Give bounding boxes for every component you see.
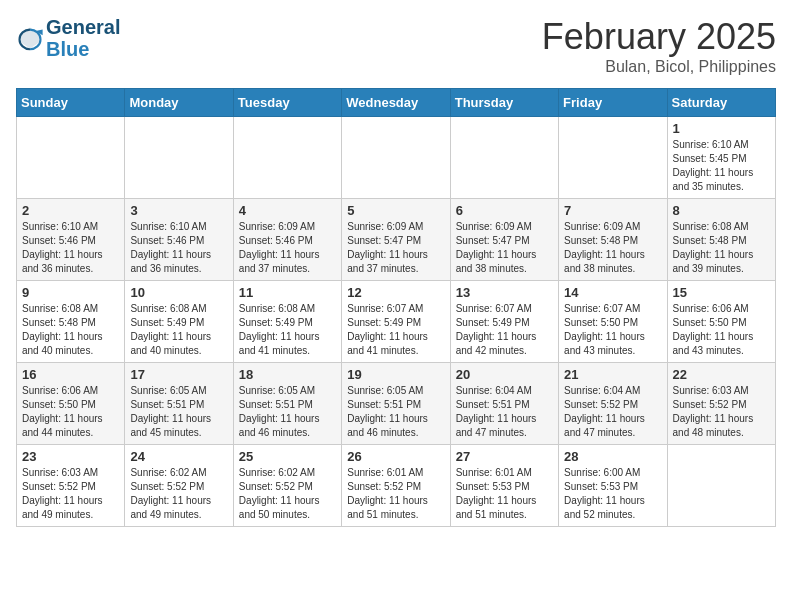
- day-number: 4: [239, 203, 336, 218]
- calendar-cell: 23Sunrise: 6:03 AM Sunset: 5:52 PM Dayli…: [17, 445, 125, 527]
- calendar-cell: [17, 117, 125, 199]
- calendar-cell: 28Sunrise: 6:00 AM Sunset: 5:53 PM Dayli…: [559, 445, 667, 527]
- cell-info: Sunrise: 6:06 AM Sunset: 5:50 PM Dayligh…: [22, 384, 119, 440]
- day-number: 18: [239, 367, 336, 382]
- cell-info: Sunrise: 6:07 AM Sunset: 5:49 PM Dayligh…: [456, 302, 553, 358]
- cell-info: Sunrise: 6:09 AM Sunset: 5:48 PM Dayligh…: [564, 220, 661, 276]
- day-number: 13: [456, 285, 553, 300]
- day-number: 14: [564, 285, 661, 300]
- cell-info: Sunrise: 6:03 AM Sunset: 5:52 PM Dayligh…: [22, 466, 119, 522]
- day-number: 15: [673, 285, 770, 300]
- day-number: 17: [130, 367, 227, 382]
- calendar-header-row: SundayMondayTuesdayWednesdayThursdayFrid…: [17, 89, 776, 117]
- calendar-cell: 19Sunrise: 6:05 AM Sunset: 5:51 PM Dayli…: [342, 363, 450, 445]
- day-number: 16: [22, 367, 119, 382]
- calendar-cell: 13Sunrise: 6:07 AM Sunset: 5:49 PM Dayli…: [450, 281, 558, 363]
- day-number: 19: [347, 367, 444, 382]
- calendar-cell: 17Sunrise: 6:05 AM Sunset: 5:51 PM Dayli…: [125, 363, 233, 445]
- weekday-header: Thursday: [450, 89, 558, 117]
- calendar-cell: 14Sunrise: 6:07 AM Sunset: 5:50 PM Dayli…: [559, 281, 667, 363]
- cell-info: Sunrise: 6:05 AM Sunset: 5:51 PM Dayligh…: [347, 384, 444, 440]
- cell-info: Sunrise: 6:10 AM Sunset: 5:45 PM Dayligh…: [673, 138, 770, 194]
- calendar-week-row: 9Sunrise: 6:08 AM Sunset: 5:48 PM Daylig…: [17, 281, 776, 363]
- logo-line1: General: [46, 16, 120, 38]
- cell-info: Sunrise: 6:08 AM Sunset: 5:49 PM Dayligh…: [239, 302, 336, 358]
- day-number: 24: [130, 449, 227, 464]
- calendar-cell: 25Sunrise: 6:02 AM Sunset: 5:52 PM Dayli…: [233, 445, 341, 527]
- calendar-cell: 7Sunrise: 6:09 AM Sunset: 5:48 PM Daylig…: [559, 199, 667, 281]
- weekday-header: Wednesday: [342, 89, 450, 117]
- logo: General Blue: [16, 16, 120, 60]
- day-number: 1: [673, 121, 770, 136]
- day-number: 5: [347, 203, 444, 218]
- calendar-cell: [450, 117, 558, 199]
- calendar-week-row: 1Sunrise: 6:10 AM Sunset: 5:45 PM Daylig…: [17, 117, 776, 199]
- cell-info: Sunrise: 6:00 AM Sunset: 5:53 PM Dayligh…: [564, 466, 661, 522]
- cell-info: Sunrise: 6:09 AM Sunset: 5:47 PM Dayligh…: [347, 220, 444, 276]
- cell-info: Sunrise: 6:01 AM Sunset: 5:52 PM Dayligh…: [347, 466, 444, 522]
- day-number: 8: [673, 203, 770, 218]
- location: Bulan, Bicol, Philippines: [542, 58, 776, 76]
- day-number: 9: [22, 285, 119, 300]
- day-number: 22: [673, 367, 770, 382]
- calendar-cell: [667, 445, 775, 527]
- calendar-cell: 9Sunrise: 6:08 AM Sunset: 5:48 PM Daylig…: [17, 281, 125, 363]
- calendar-cell: 18Sunrise: 6:05 AM Sunset: 5:51 PM Dayli…: [233, 363, 341, 445]
- day-number: 6: [456, 203, 553, 218]
- cell-info: Sunrise: 6:04 AM Sunset: 5:51 PM Dayligh…: [456, 384, 553, 440]
- cell-info: Sunrise: 6:04 AM Sunset: 5:52 PM Dayligh…: [564, 384, 661, 440]
- calendar-cell: 26Sunrise: 6:01 AM Sunset: 5:52 PM Dayli…: [342, 445, 450, 527]
- calendar-table: SundayMondayTuesdayWednesdayThursdayFrid…: [16, 88, 776, 527]
- cell-info: Sunrise: 6:09 AM Sunset: 5:47 PM Dayligh…: [456, 220, 553, 276]
- day-number: 20: [456, 367, 553, 382]
- calendar-cell: [342, 117, 450, 199]
- calendar-cell: 22Sunrise: 6:03 AM Sunset: 5:52 PM Dayli…: [667, 363, 775, 445]
- day-number: 21: [564, 367, 661, 382]
- cell-info: Sunrise: 6:09 AM Sunset: 5:46 PM Dayligh…: [239, 220, 336, 276]
- calendar-cell: 12Sunrise: 6:07 AM Sunset: 5:49 PM Dayli…: [342, 281, 450, 363]
- cell-info: Sunrise: 6:05 AM Sunset: 5:51 PM Dayligh…: [239, 384, 336, 440]
- weekday-header: Friday: [559, 89, 667, 117]
- calendar-cell: 6Sunrise: 6:09 AM Sunset: 5:47 PM Daylig…: [450, 199, 558, 281]
- calendar-cell: 3Sunrise: 6:10 AM Sunset: 5:46 PM Daylig…: [125, 199, 233, 281]
- weekday-header: Tuesday: [233, 89, 341, 117]
- weekday-header: Monday: [125, 89, 233, 117]
- logo-line2: Blue: [46, 38, 120, 60]
- day-number: 3: [130, 203, 227, 218]
- day-number: 11: [239, 285, 336, 300]
- calendar-cell: 24Sunrise: 6:02 AM Sunset: 5:52 PM Dayli…: [125, 445, 233, 527]
- weekday-header: Sunday: [17, 89, 125, 117]
- day-number: 27: [456, 449, 553, 464]
- day-number: 12: [347, 285, 444, 300]
- calendar-cell: 20Sunrise: 6:04 AM Sunset: 5:51 PM Dayli…: [450, 363, 558, 445]
- logo-icon: [16, 24, 44, 52]
- cell-info: Sunrise: 6:07 AM Sunset: 5:49 PM Dayligh…: [347, 302, 444, 358]
- calendar-week-row: 23Sunrise: 6:03 AM Sunset: 5:52 PM Dayli…: [17, 445, 776, 527]
- cell-info: Sunrise: 6:02 AM Sunset: 5:52 PM Dayligh…: [130, 466, 227, 522]
- calendar-cell: 2Sunrise: 6:10 AM Sunset: 5:46 PM Daylig…: [17, 199, 125, 281]
- cell-info: Sunrise: 6:02 AM Sunset: 5:52 PM Dayligh…: [239, 466, 336, 522]
- day-number: 25: [239, 449, 336, 464]
- calendar-cell: 1Sunrise: 6:10 AM Sunset: 5:45 PM Daylig…: [667, 117, 775, 199]
- page-header: General Blue February 2025 Bulan, Bicol,…: [16, 16, 776, 76]
- calendar-cell: 16Sunrise: 6:06 AM Sunset: 5:50 PM Dayli…: [17, 363, 125, 445]
- calendar-cell: 21Sunrise: 6:04 AM Sunset: 5:52 PM Dayli…: [559, 363, 667, 445]
- calendar-cell: 5Sunrise: 6:09 AM Sunset: 5:47 PM Daylig…: [342, 199, 450, 281]
- calendar-cell: 11Sunrise: 6:08 AM Sunset: 5:49 PM Dayli…: [233, 281, 341, 363]
- calendar-cell: 8Sunrise: 6:08 AM Sunset: 5:48 PM Daylig…: [667, 199, 775, 281]
- calendar-cell: 10Sunrise: 6:08 AM Sunset: 5:49 PM Dayli…: [125, 281, 233, 363]
- day-number: 26: [347, 449, 444, 464]
- title-block: February 2025 Bulan, Bicol, Philippines: [542, 16, 776, 76]
- calendar-cell: 4Sunrise: 6:09 AM Sunset: 5:46 PM Daylig…: [233, 199, 341, 281]
- calendar-cell: 15Sunrise: 6:06 AM Sunset: 5:50 PM Dayli…: [667, 281, 775, 363]
- day-number: 28: [564, 449, 661, 464]
- cell-info: Sunrise: 6:05 AM Sunset: 5:51 PM Dayligh…: [130, 384, 227, 440]
- cell-info: Sunrise: 6:01 AM Sunset: 5:53 PM Dayligh…: [456, 466, 553, 522]
- calendar-week-row: 2Sunrise: 6:10 AM Sunset: 5:46 PM Daylig…: [17, 199, 776, 281]
- weekday-header: Saturday: [667, 89, 775, 117]
- cell-info: Sunrise: 6:03 AM Sunset: 5:52 PM Dayligh…: [673, 384, 770, 440]
- cell-info: Sunrise: 6:07 AM Sunset: 5:50 PM Dayligh…: [564, 302, 661, 358]
- cell-info: Sunrise: 6:10 AM Sunset: 5:46 PM Dayligh…: [130, 220, 227, 276]
- calendar-week-row: 16Sunrise: 6:06 AM Sunset: 5:50 PM Dayli…: [17, 363, 776, 445]
- day-number: 10: [130, 285, 227, 300]
